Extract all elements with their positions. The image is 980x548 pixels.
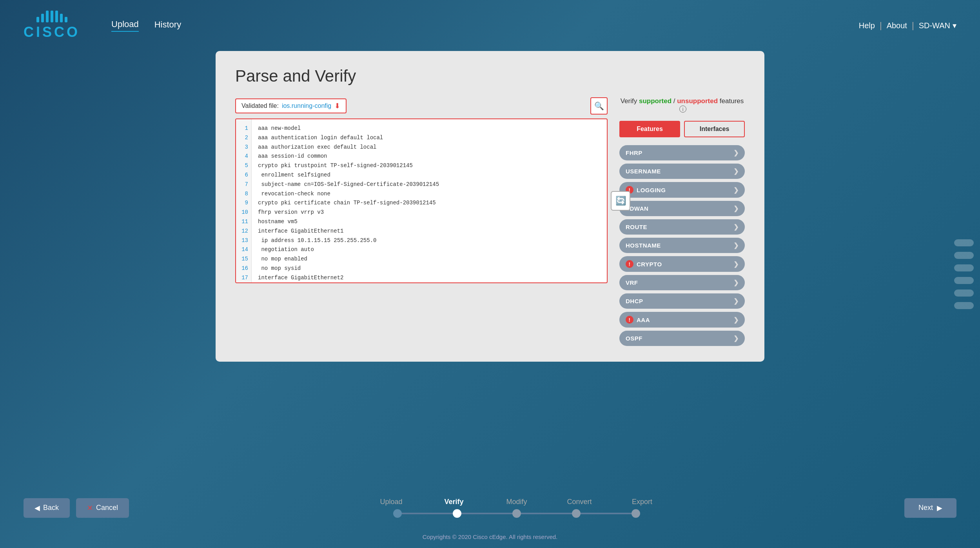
chevron-right-icon: ❯ — [733, 335, 739, 342]
cancel-label: Cancel — [96, 504, 118, 512]
chevron-right-icon: ❯ — [733, 297, 739, 305]
parse-verify-card: Parse and Verify Validated file: ios.run… — [216, 51, 764, 362]
feature-item[interactable]: ROUTE❯ — [619, 219, 745, 235]
code-content: 1234567891011121314151617181920212223242… — [236, 119, 607, 282]
sep-2: | — [912, 20, 914, 31]
side-ind-2 — [954, 252, 974, 259]
download-icon[interactable]: ⬇ — [334, 102, 340, 110]
header: CISCO Upload History Help | About | SD-W… — [0, 0, 980, 51]
side-indicators — [954, 239, 974, 309]
nav-upload[interactable]: Upload — [111, 19, 139, 32]
side-ind-4 — [954, 277, 974, 284]
step-line — [521, 513, 572, 514]
feature-item[interactable]: FHRP❯ — [619, 145, 745, 160]
logo-area: CISCO — [24, 11, 80, 40]
nav-history[interactable]: History — [154, 20, 181, 31]
info-icon[interactable]: i — [679, 106, 686, 113]
chevron-right-icon: ❯ — [733, 186, 739, 194]
step-label-upload: Upload — [360, 498, 423, 506]
feature-label: LOGGING — [637, 187, 666, 193]
chevron-right-icon: ❯ — [733, 149, 739, 157]
step-line — [581, 513, 632, 514]
back-label: Back — [43, 504, 59, 512]
code-editor[interactable]: 1234567891011121314151617181920212223242… — [235, 118, 608, 283]
bar-7 — [65, 17, 67, 22]
footer: Copyrights © 2020 Cisco cEdge. All right… — [0, 530, 980, 548]
feature-left-side: !AAA — [626, 316, 650, 324]
verify-unsupported: unsupported — [677, 97, 718, 105]
card-body: Validated file: ios.running-config ⬇ 🔍 1… — [235, 97, 745, 346]
next-button[interactable]: Next ▶ — [904, 498, 956, 518]
validated-label-text: Validated file: — [241, 102, 279, 109]
step-label-convert: Convert — [548, 498, 611, 506]
left-panel: Validated file: ios.running-config ⬇ 🔍 1… — [235, 97, 608, 283]
step-label-verify: Verify — [423, 498, 485, 506]
bottom-left: ◀ Back ✕ Cancel — [24, 498, 129, 518]
about-link[interactable]: About — [887, 21, 907, 30]
feature-item[interactable]: HOSTNAME❯ — [619, 238, 745, 253]
step-dot-upload — [393, 509, 402, 518]
feature-label: USERNAME — [626, 168, 661, 175]
feature-item[interactable]: !AAA❯ — [619, 312, 745, 328]
cisco-logo-bars — [36, 11, 67, 22]
search-button[interactable]: 🔍 — [590, 97, 608, 115]
feature-label: AAA — [637, 317, 650, 323]
sep-1: | — [880, 20, 882, 31]
code-lines: aaa new-modelaaa authentication login de… — [252, 119, 607, 282]
chevron-right-icon: ❯ — [733, 223, 739, 231]
stepper-labels: UploadVerifyModifyConvertExport — [360, 498, 673, 506]
cancel-x-icon: ✕ — [87, 504, 93, 512]
stepper: UploadVerifyModifyConvertExport — [129, 498, 904, 518]
feature-label: CRYPTO — [637, 261, 662, 268]
back-arrow-icon: ◀ — [34, 504, 40, 512]
sdwan-dropdown[interactable]: SD-WAN ▾ — [919, 21, 956, 30]
feature-label: OSPF — [626, 335, 642, 342]
side-ind-5 — [954, 289, 974, 297]
refresh-button[interactable]: 🔄 — [611, 191, 630, 211]
feature-left-side: DHCP — [626, 298, 643, 304]
editor-wrapper: 1234567891011121314151617181920212223242… — [235, 118, 608, 283]
stepper-track — [393, 509, 640, 518]
feature-item[interactable]: !LOGGING❯ — [619, 182, 745, 198]
error-dot: ! — [626, 260, 633, 268]
step-label-export: Export — [611, 498, 673, 506]
chevron-right-icon: ❯ — [733, 316, 739, 324]
feature-label: VRF — [626, 279, 638, 286]
verify-prefix: Verify — [621, 97, 639, 105]
step-dot-verify — [453, 509, 461, 518]
help-link[interactable]: Help — [859, 21, 875, 30]
feature-left-side: OSPF — [626, 335, 642, 342]
cancel-button[interactable]: ✕ Cancel — [76, 498, 129, 518]
feature-label: HOSTNAME — [626, 242, 661, 249]
refresh-icon: 🔄 — [615, 196, 626, 206]
refresh-btn-wrapper: 🔄 — [611, 191, 630, 211]
side-ind-1 — [954, 239, 974, 246]
side-ind-6 — [954, 302, 974, 309]
tab-interfaces[interactable]: Interfaces — [684, 121, 745, 137]
sdwan-chevron-icon: ▾ — [953, 21, 956, 30]
feature-item[interactable]: SDWAN❯ — [619, 201, 745, 216]
verify-title: Verify supported / unsupported features … — [619, 97, 745, 113]
feature-item[interactable]: VRF❯ — [619, 275, 745, 290]
feature-label: DHCP — [626, 298, 643, 304]
next-label: Next — [918, 504, 933, 512]
step-line — [461, 513, 512, 514]
tab-features[interactable]: Features — [619, 121, 680, 137]
feature-item[interactable]: OSPF❯ — [619, 331, 745, 346]
feature-left-side: VRF — [626, 279, 638, 286]
line-numbers: 1234567891011121314151617181920212223242… — [236, 119, 252, 282]
feature-item[interactable]: !CRYPTO❯ — [619, 256, 745, 272]
feature-item[interactable]: USERNAME❯ — [619, 164, 745, 179]
feature-left-side: HOSTNAME — [626, 242, 661, 249]
right-panel: Verify supported / unsupported features … — [619, 97, 745, 346]
back-button[interactable]: ◀ Back — [24, 498, 70, 518]
bar-2 — [41, 14, 44, 22]
feature-left-side: !CRYPTO — [626, 260, 662, 268]
step-dot-convert — [572, 509, 581, 518]
step-line — [402, 513, 453, 514]
copyright-text: Copyrights © 2020 Cisco cEdge. All right… — [423, 533, 558, 540]
feature-label: ROUTE — [626, 224, 647, 230]
feature-item[interactable]: DHCP❯ — [619, 293, 745, 309]
sdwan-label: SD-WAN — [919, 21, 950, 30]
header-right: Help | About | SD-WAN ▾ — [859, 20, 956, 31]
